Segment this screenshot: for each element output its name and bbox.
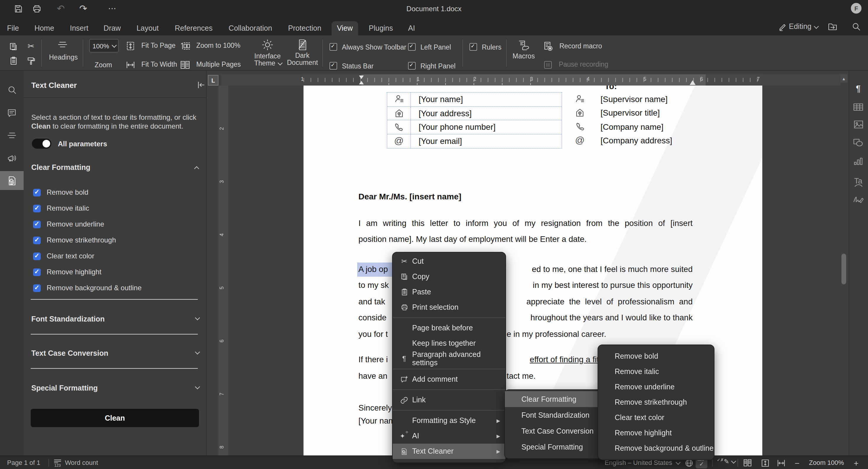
section-font-standardization[interactable]: Font Standardization — [31, 315, 105, 323]
menu-item-print-selection[interactable]: Print selection — [393, 300, 505, 315]
margin-marker-icon[interactable] — [359, 75, 364, 85]
rulers-checkbox[interactable]: Rulers — [469, 43, 501, 51]
remove-background-outline-checkbox[interactable]: Remove background & outline — [33, 283, 142, 293]
submenu-item-remove-bold[interactable]: Remove bold — [598, 349, 714, 364]
track-changes-button[interactable]: ✓✗✎ — [717, 458, 735, 465]
multiple-pages-view-button[interactable] — [742, 458, 753, 468]
always-show-toolbar-checkbox[interactable]: Always Show Toolbar — [330, 43, 406, 51]
tab-home[interactable]: Home — [29, 21, 60, 35]
clear-text-color-checkbox[interactable]: Clear text color — [33, 251, 94, 261]
chevron-down-icon[interactable] — [195, 384, 200, 389]
tab-ai[interactable]: AI — [403, 21, 421, 35]
chevron-down-icon[interactable] — [195, 315, 200, 320]
status-bar-checkbox[interactable]: Status Bar — [330, 62, 373, 70]
submenu-item-clear-text-color[interactable]: Clear text color — [598, 410, 714, 425]
menu-item-paragraph-advanced-settings[interactable]: ¶Paragraph advanced settings — [393, 351, 505, 366]
zoom-to-100-button[interactable]: Zoom to 100% — [180, 41, 240, 51]
text-art-settings-button[interactable]: Ta — [849, 173, 867, 188]
remove-bold-checkbox[interactable]: Remove bold — [33, 188, 88, 197]
menu-item-cut[interactable]: ✂Cut — [393, 254, 505, 269]
tab-collaboration[interactable]: Collaboration — [223, 21, 277, 35]
tab-draw[interactable]: Draw — [98, 21, 126, 35]
tab-plugins[interactable]: Plugins — [364, 21, 398, 35]
panel-feedback-button[interactable] — [0, 149, 24, 168]
pause-recording-button[interactable]: Pause recording — [543, 60, 608, 70]
zoom-in-button[interactable]: + — [851, 458, 861, 468]
section-text-case-conversion[interactable]: Text Case Conversion — [31, 349, 108, 358]
avatar[interactable]: F — [851, 3, 862, 13]
panel-text-cleaner-button[interactable] — [0, 171, 24, 190]
zoom-dropdown[interactable]: 100% — [89, 39, 119, 53]
paragraph-settings-button[interactable]: ¶ — [849, 80, 867, 96]
menu-item-copy[interactable]: Copy — [393, 269, 505, 284]
remove-italic-checkbox[interactable]: Remove italic — [33, 204, 89, 213]
shape-settings-button[interactable] — [849, 135, 867, 150]
remove-underline-checkbox[interactable]: Remove underline — [33, 220, 104, 229]
submenu-item-remove-underline[interactable]: Remove underline — [598, 379, 714, 395]
dark-document-button[interactable]: DarkDocument — [287, 39, 318, 66]
fit-to-page-button-status[interactable] — [760, 458, 771, 468]
chevron-down-icon[interactable] — [195, 349, 200, 355]
tab-references[interactable]: References — [169, 21, 218, 35]
format-painter-button[interactable] — [26, 56, 36, 65]
panel-headings-button[interactable] — [0, 126, 24, 145]
table-settings-button[interactable] — [849, 99, 867, 114]
clean-button[interactable]: Clean — [31, 409, 199, 427]
fit-to-width-button[interactable]: Fit To Width — [126, 60, 177, 70]
menu-item-text-cleaner[interactable]: Text Cleaner▶ — [393, 444, 505, 459]
macros-button[interactable]: Macros — [513, 40, 534, 60]
submenu-item-remove-strikethrough[interactable]: Remove strikethrough — [598, 395, 714, 410]
tab-layout[interactable]: Layout — [131, 21, 164, 35]
remove-highlight-checkbox[interactable]: Remove highlight — [33, 267, 101, 277]
submenu-item-remove-background-outline[interactable]: Remove background & outline — [598, 441, 714, 456]
image-settings-button[interactable] — [849, 117, 867, 132]
menu-item-link[interactable]: Link — [393, 392, 505, 408]
zoom-out-button[interactable]: − — [793, 458, 802, 468]
panel-search-button[interactable] — [0, 80, 24, 99]
menu-item-add-comment[interactable]: Add comment — [393, 372, 505, 387]
cut-button[interactable]: ✂ — [26, 41, 36, 51]
all-parameters-toggle[interactable]: All parameters — [32, 139, 107, 149]
chart-settings-button[interactable] — [849, 154, 867, 169]
submenu-item-remove-highlight[interactable]: Remove highlight — [598, 425, 714, 441]
menu-item-keep-lines-together[interactable]: Keep lines together — [393, 336, 505, 351]
signature-settings-button[interactable] — [849, 192, 867, 207]
interface-theme-button[interactable]: InterfaceTheme — [253, 39, 282, 67]
paste-button[interactable] — [8, 56, 18, 65]
panel-comments-button[interactable] — [0, 103, 24, 122]
paste-icon — [400, 289, 409, 296]
scrollbar-thumb[interactable] — [841, 254, 846, 284]
multiple-pages-button[interactable]: Multiple Pages — [180, 60, 241, 70]
section-special-formatting[interactable]: Special Formatting — [31, 384, 98, 392]
headings-button[interactable]: Headings — [49, 40, 75, 61]
menu-item-page-break-before[interactable]: Page break before — [393, 320, 505, 336]
open-file-location-button[interactable] — [827, 21, 838, 32]
search-button[interactable] — [851, 21, 862, 32]
submenu-item-remove-italic[interactable]: Remove italic — [598, 364, 714, 379]
right-indent-marker-icon[interactable] — [690, 80, 695, 85]
zoom-level[interactable]: Zoom 100% — [809, 459, 844, 466]
tab-selector[interactable]: L — [208, 75, 218, 86]
editing-mode-dropdown[interactable]: Editing — [778, 23, 817, 31]
scrollbar-up-button[interactable]: ▲ — [840, 74, 847, 82]
menu-item-paste[interactable]: Paste — [393, 284, 505, 300]
word-count-button[interactable]: Word count — [65, 459, 98, 466]
page-indicator[interactable]: Page 1 of 1 — [7, 459, 40, 466]
menu-item-formatting-as-style[interactable]: Formatting as Style▶ — [393, 413, 505, 428]
tab-protection[interactable]: Protection — [283, 21, 327, 35]
remove-strikethrough-checkbox[interactable]: Remove strikethrough — [33, 235, 116, 245]
menu-item-ai[interactable]: ✦✧AI▶ — [393, 428, 505, 444]
chevron-up-icon[interactable] — [194, 166, 199, 171]
copy-button[interactable] — [8, 41, 18, 51]
tab-insert[interactable]: Insert — [65, 21, 94, 35]
fit-to-width-button-status[interactable] — [776, 458, 786, 468]
collapse-panel-button[interactable] — [196, 80, 206, 90]
tab-file[interactable]: File — [2, 21, 24, 35]
fit-to-page-button[interactable]: Fit To Page — [126, 41, 176, 51]
section-clear-formatting[interactable]: Clear Formatting — [31, 163, 90, 172]
right-panel-checkbox[interactable]: Right Panel — [408, 62, 456, 70]
panel-description: Select a section of text to clear its fo… — [31, 113, 198, 131]
record-macro-button[interactable]: Record macro — [543, 41, 602, 51]
tab-view[interactable]: View — [332, 21, 358, 35]
left-panel-checkbox[interactable]: Left Panel — [408, 43, 451, 51]
